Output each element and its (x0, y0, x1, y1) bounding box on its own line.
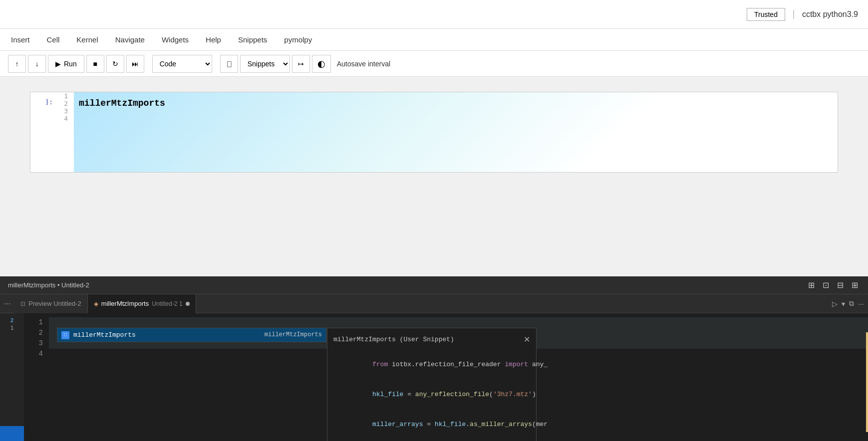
notebook-area: ]: 1 2 3 4 millerMtzImports (0, 77, 868, 276)
top-bar: Trusted cctbx python3.9 (0, 0, 868, 29)
tab-preview[interactable]: ⊡ Preview Untitled-2 (14, 294, 88, 313)
move-up-button[interactable]: ↑ (8, 55, 26, 73)
tab-actions: ▷ ▾ ⧉ ··· (832, 299, 864, 308)
snippet-preview-title: millerMtzImports (User Snippet) (333, 334, 454, 345)
move-down-button[interactable]: ↓ (28, 55, 46, 73)
notebook-cell: ]: 1 2 3 4 millerMtzImports (30, 92, 838, 173)
snippet-line-3: miller_arrays = hkl_file.as_miller_array… (333, 410, 530, 440)
vscode-line-numbers: 1 2 3 4 (24, 313, 49, 441)
vscode-panel: millerMtzImports • Untitled-2 ⊞ ⊡ ⊟ ⊞ ··… (0, 276, 868, 441)
split-tab-button[interactable]: ⧉ (849, 299, 854, 308)
layout-button[interactable]: ⊡ (821, 279, 831, 291)
autocomplete-detail: millerMtzImports (265, 330, 322, 340)
menu-bar: Insert Cell Kernel Navigate Widgets Help… (0, 29, 868, 51)
run-dropdown-button[interactable]: ▾ (842, 300, 845, 308)
autocomplete-label: millerMtzImports (73, 330, 261, 340)
menu-snippets[interactable]: Snippets (237, 33, 268, 46)
cell-content[interactable]: millerMtzImports (74, 92, 838, 172)
autocomplete-icon: □ (61, 331, 69, 339)
autosave-label: Autosave interval (337, 60, 390, 68)
keyboard-button[interactable]: ⎕ (220, 55, 238, 73)
indent-button[interactable]: ↦ (292, 55, 310, 73)
snippet-close-button[interactable]: ✕ (524, 335, 530, 344)
menu-cell[interactable]: Cell (46, 33, 61, 46)
cell-prompt: ]: (30, 92, 58, 106)
autocomplete-dropdown: □ millerMtzImports millerMtzImports (57, 328, 326, 342)
run-tab-button[interactable]: ▷ (832, 300, 838, 308)
menu-kernel[interactable]: Kernel (75, 33, 99, 46)
run-button[interactable]: ▶ Run (48, 55, 84, 73)
sidebar-toggle-button[interactable]: ··· (4, 299, 10, 308)
snippet-preview: millerMtzImports (User Snippet) ✕ from i… (327, 328, 537, 441)
snippet-line-1: from iotbx.reflection_file_reader import… (333, 350, 530, 380)
toolbar: ↑ ↓ ▶ Run ■ ↻ ⏭ Code ⎕ Snippets ↦ ◐ Auto… (0, 51, 868, 77)
miller-tab-subtitle: Untitled-2 1 (152, 300, 182, 307)
stop-button[interactable]: ■ (86, 55, 104, 73)
miller-tab-modified-dot (186, 302, 190, 306)
vscode-editor-content[interactable]: millerMtzImports □ millerMtzImports mill… (49, 313, 868, 441)
menu-insert[interactable]: Insert (10, 33, 31, 46)
vscode-title-icons: ⊞ ⊡ ⊟ ⊞ (806, 279, 860, 291)
vscode-tabs: ··· ⊡ Preview Untitled-2 ◈ millerMtzImpo… (0, 294, 868, 313)
preview-tab-label: Preview Untitled-2 (28, 300, 81, 307)
line-num-3: 3 (28, 338, 43, 349)
gutter-indicator-2: 2 (10, 317, 14, 324)
split-editor-button[interactable]: ⊞ (806, 279, 817, 291)
scroll-indicator (866, 332, 868, 432)
more-button[interactable]: ⊞ (850, 279, 860, 291)
run-icon: ▶ (55, 60, 61, 68)
cell-code: millerMtzImports (79, 97, 833, 108)
more-tab-button[interactable]: ··· (858, 300, 864, 308)
menu-help[interactable]: Help (205, 33, 222, 46)
snippet-line-2: hkl_file = any_reflection_file('3hz7.mtz… (333, 380, 530, 410)
line-num-4: 4 (28, 349, 43, 359)
vscode-titlebar: millerMtzImports • Untitled-2 ⊞ ⊡ ⊟ ⊞ (0, 276, 868, 294)
menu-navigate[interactable]: Navigate (114, 33, 146, 46)
kernel-info: cctbx python3.9 (793, 10, 858, 19)
line-num-2: 2 (28, 328, 43, 338)
menu-widgets[interactable]: Widgets (161, 33, 190, 46)
restart-button[interactable]: ↻ (106, 55, 124, 73)
cell-type-select[interactable]: Code (152, 55, 212, 73)
preview-tab-icon: ⊡ (20, 300, 25, 307)
vscode-title: millerMtzImports • Untitled-2 (8, 281, 89, 289)
tab-miller[interactable]: ◈ millerMtzImports Untitled-2 1 (88, 294, 196, 313)
toggle-button[interactable]: ◐ (312, 55, 331, 73)
miller-tab-icon: ◈ (94, 300, 98, 307)
autocomplete-item-selected[interactable]: □ millerMtzImports millerMtzImports (57, 328, 326, 342)
split-right-button[interactable]: ⊟ (835, 279, 846, 291)
gutter-indicator-1: 1 (10, 325, 14, 331)
fast-forward-button[interactable]: ⏭ (126, 55, 144, 73)
snippet-preview-header: millerMtzImports (User Snippet) ✕ (333, 334, 530, 345)
vscode-editor: 2 1 1 2 3 4 millerMtzImports □ (0, 313, 868, 441)
trusted-button[interactable]: Trusted (747, 8, 785, 21)
menu-pymolpy[interactable]: pymolpy (283, 33, 313, 46)
run-label: Run (64, 60, 77, 68)
snippets-select[interactable]: Snippets (240, 55, 290, 73)
cell-line-numbers: 1 2 3 4 (58, 92, 68, 172)
miller-tab-label: millerMtzImports (101, 300, 149, 307)
line-num-1: 1 (28, 317, 43, 328)
status-bar-indicator (0, 426, 24, 441)
